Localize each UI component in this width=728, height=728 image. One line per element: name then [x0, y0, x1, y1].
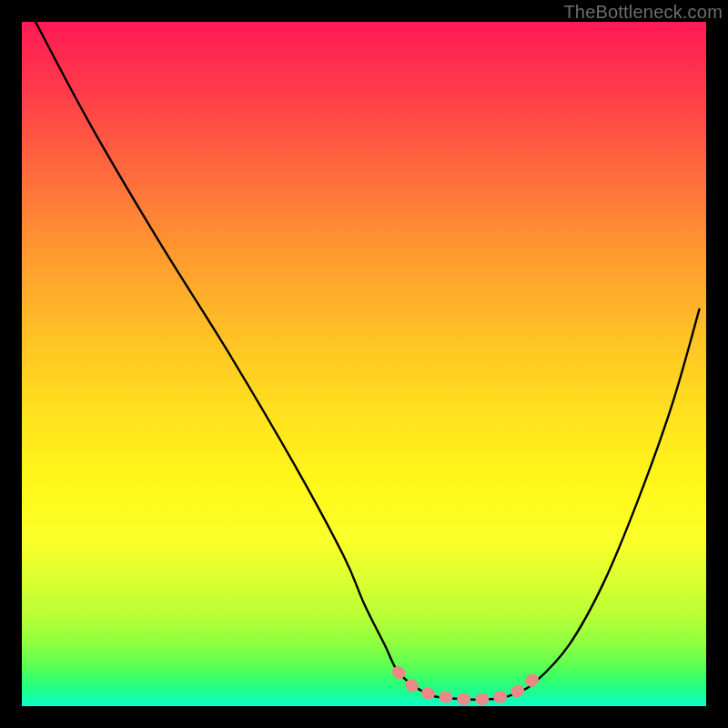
chart-overlay: [22, 22, 706, 706]
highlight-segment: [399, 672, 535, 699]
plot-area: [22, 22, 706, 706]
curve-line: [35, 22, 699, 700]
watermark-text: TheBottleneck.com: [563, 2, 723, 23]
chart-canvas: TheBottleneck.com: [0, 0, 728, 728]
